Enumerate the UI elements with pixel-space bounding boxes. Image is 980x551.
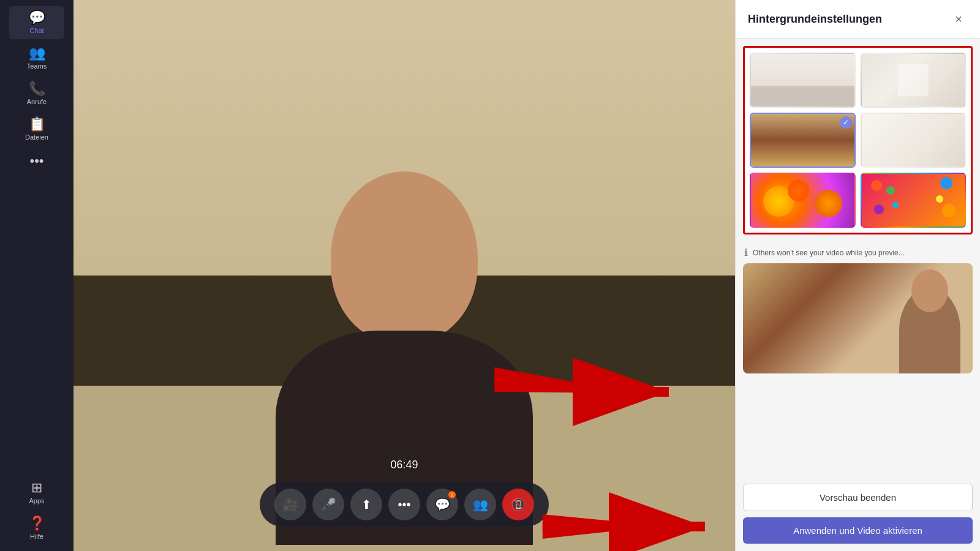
bg-thumb-corridor[interactable] [861, 53, 967, 108]
info-icon: ℹ [744, 247, 748, 258]
more-icon: ••• [398, 498, 410, 512]
chat-badge: 1 [448, 491, 456, 498]
selected-checkmark: ✓ [840, 116, 852, 129]
share-screen-button[interactable]: ⬆ [350, 489, 382, 520]
sidebar-item-teams[interactable]: 👥 Teams [9, 42, 64, 75]
hangup-icon: 📵 [511, 497, 526, 512]
sidebar-label-apps: Apps [29, 497, 44, 504]
sidebar-label-calls: Anrufe [27, 98, 47, 105]
people-button[interactable]: 👥 [464, 489, 496, 520]
calls-icon: 📞 [29, 82, 45, 96]
call-timer: 06:49 [390, 459, 418, 471]
sidebar-label-files: Dateien [25, 133, 48, 141]
background-grid: ✓ [750, 53, 966, 228]
bg-thumb-colored-balls[interactable] [861, 173, 967, 228]
panel-title: Hintergrundeinstellungen [748, 13, 882, 26]
info-message: Others won't see your video while you pr… [753, 249, 905, 257]
video-toggle-button[interactable]: 🎥 [274, 489, 306, 520]
sidebar-item-chat[interactable]: 💬 Chat [9, 6, 64, 39]
chat-button[interactable]: 💬 1 [426, 489, 458, 520]
sidebar-more-button[interactable]: ••• [24, 148, 48, 174]
person-head [331, 171, 478, 343]
sidebar-item-help[interactable]: ❓ Hilfe [9, 512, 64, 545]
apply-video-button[interactable]: Anwenden und Video aktivieren [743, 517, 973, 544]
mic-toggle-button[interactable]: 🎤 [312, 489, 344, 520]
more-options-button[interactable]: ••• [388, 489, 420, 520]
bg-thumb-office[interactable]: ✓ [750, 113, 856, 168]
sidebar-label-help: Hilfe [30, 533, 43, 540]
right-panel: Hintergrundeinstellungen × ✓ [735, 0, 980, 551]
people-icon: 👥 [473, 497, 488, 512]
bg-thumb-orange-bubbles[interactable] [750, 173, 856, 228]
panel-close-button[interactable]: × [949, 10, 968, 28]
help-icon: ❓ [29, 517, 45, 530]
action-buttons-area: Vorschau beenden Anwenden und Video akti… [736, 476, 980, 551]
apps-icon: ⊞ [31, 481, 42, 495]
preview-section [743, 263, 973, 476]
bg-thumb-white-room[interactable] [750, 53, 856, 108]
background-grid-container: ✓ [743, 46, 973, 234]
mic-icon: 🎤 [321, 497, 336, 512]
teams-icon: 👥 [29, 47, 45, 60]
bg-thumb-minimal[interactable] [861, 113, 967, 168]
sidebar-item-calls[interactable]: 📞 Anrufe [9, 77, 64, 110]
sidebar-item-files[interactable]: 📋 Dateien [9, 113, 64, 146]
video-area: 06:49 🎥 🎤 ⬆ ••• 💬 1 👥 📵 [74, 0, 735, 551]
video-icon: 🎥 [283, 497, 298, 512]
sidebar-bottom: ⊞ Apps ❓ Hilfe [9, 476, 64, 545]
panel-header: Hintergrundeinstellungen × [736, 0, 980, 39]
hangup-button[interactable]: 📵 [502, 489, 534, 520]
main-content: 06:49 🎥 🎤 ⬆ ••• 💬 1 👥 📵 [74, 0, 735, 551]
sidebar-label-teams: Teams [27, 62, 47, 70]
sidebar-label-chat: Chat [29, 27, 43, 34]
preview-end-button[interactable]: Vorschau beenden [743, 484, 973, 511]
chat-ctrl-icon: 💬 [435, 497, 450, 512]
call-controls-bar: 🎥 🎤 ⬆ ••• 💬 1 👥 📵 [260, 482, 549, 527]
share-icon: ⬆ [361, 497, 372, 512]
chat-icon: 💬 [29, 11, 45, 24]
sidebar-item-apps[interactable]: ⊞ Apps [9, 476, 64, 509]
preview-person-body [899, 288, 960, 373]
info-text-area: ℹ Others won't see your video while you … [736, 242, 980, 263]
preview-video [743, 263, 973, 373]
files-icon: 📋 [29, 118, 45, 131]
sidebar: 💬 Chat 👥 Teams 📞 Anrufe 📋 Dateien ••• ⊞ … [0, 0, 74, 551]
